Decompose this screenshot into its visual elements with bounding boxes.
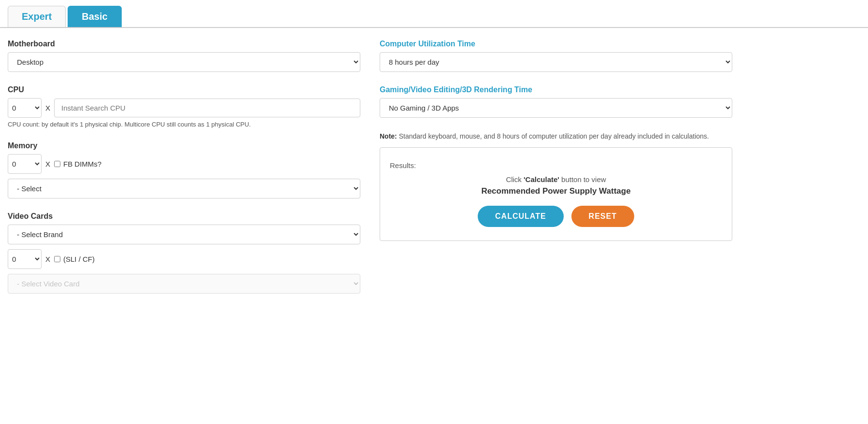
note-strong: Note: xyxy=(380,132,397,140)
sli-checkbox[interactable] xyxy=(54,256,60,262)
memory-group: Memory 0 X FB DIMMs? - Select xyxy=(8,141,360,198)
left-panel: Motherboard Desktop CPU 0 X CPU count: b… xyxy=(8,40,360,307)
results-label: Results: xyxy=(390,161,722,170)
utilization-group: Computer Utilization Time 8 hours per da… xyxy=(380,40,732,72)
video-brand-select[interactable]: - Select Brand xyxy=(8,225,360,244)
results-buttons: CALCULATE RESET xyxy=(390,206,722,227)
motherboard-select[interactable]: Desktop xyxy=(8,52,360,72)
video-count-select[interactable]: 0 xyxy=(8,249,42,269)
video-x-label: X xyxy=(45,255,50,263)
results-wattage: Recommended Power Supply Wattage xyxy=(390,186,722,196)
calculate-button[interactable]: CALCULATE xyxy=(478,206,564,227)
video-cards-group: Video Cards - Select Brand 0 X (SLI / CF… xyxy=(8,212,360,294)
gaming-group: Gaming/Video Editing/3D Rendering Time N… xyxy=(380,85,732,118)
video-count-row: 0 X (SLI / CF) xyxy=(8,249,360,269)
sli-text: (SLI / CF) xyxy=(63,255,95,263)
memory-label: Memory xyxy=(8,141,360,150)
memory-select[interactable]: - Select xyxy=(8,179,360,198)
cpu-count-select[interactable]: 0 xyxy=(8,98,42,118)
note-body: Standard keyboard, mouse, and 8 hours of… xyxy=(397,132,709,140)
cpu-x-label: X xyxy=(45,104,50,112)
results-hint-pre: Click xyxy=(506,175,524,184)
fb-dimms-label: FB DIMMs? xyxy=(54,160,101,168)
results-hint-strong: 'Calculate' xyxy=(524,175,559,184)
results-hint-post: button to view xyxy=(559,175,606,184)
memory-count-select[interactable]: 0 xyxy=(8,154,42,174)
cpu-label: CPU xyxy=(8,85,360,94)
utilization-label: Computer Utilization Time xyxy=(380,40,732,48)
gaming-label: Gaming/Video Editing/3D Rendering Time xyxy=(380,85,732,94)
utilization-select[interactable]: 8 hours per day xyxy=(380,52,732,72)
cpu-hint: CPU count: by default it's 1 physical ch… xyxy=(8,121,360,128)
memory-x-label: X xyxy=(45,160,50,168)
cpu-group: CPU 0 X CPU count: by default it's 1 phy… xyxy=(8,85,360,128)
cpu-row: 0 X xyxy=(8,98,360,118)
video-card-select[interactable]: - Select Video Card xyxy=(8,274,360,294)
fb-dimms-checkbox[interactable] xyxy=(54,161,60,167)
right-panel: Computer Utilization Time 8 hours per da… xyxy=(380,40,732,307)
results-box: Results: Click 'Calculate' button to vie… xyxy=(380,147,732,241)
motherboard-label: Motherboard xyxy=(8,40,360,48)
note-text: Note: Standard keyboard, mouse, and 8 ho… xyxy=(380,131,732,141)
fb-dimms-text: FB DIMMs? xyxy=(63,160,101,168)
cpu-search-input[interactable] xyxy=(54,99,360,117)
motherboard-group: Motherboard Desktop xyxy=(8,40,360,72)
video-brand-row: - Select Brand xyxy=(8,225,360,244)
video-cards-label: Video Cards xyxy=(8,212,360,221)
memory-row: 0 X FB DIMMs? xyxy=(8,154,360,174)
tab-basic[interactable]: Basic xyxy=(68,6,121,27)
gaming-select[interactable]: No Gaming / 3D Apps xyxy=(380,98,732,118)
tab-expert[interactable]: Expert xyxy=(8,6,66,27)
tabs-bar: Expert Basic xyxy=(0,0,868,28)
reset-button[interactable]: RESET xyxy=(571,206,634,227)
results-hint: Click 'Calculate' button to view xyxy=(390,175,722,184)
main-layout: Motherboard Desktop CPU 0 X CPU count: b… xyxy=(0,40,868,319)
sli-label: (SLI / CF) xyxy=(54,255,95,263)
